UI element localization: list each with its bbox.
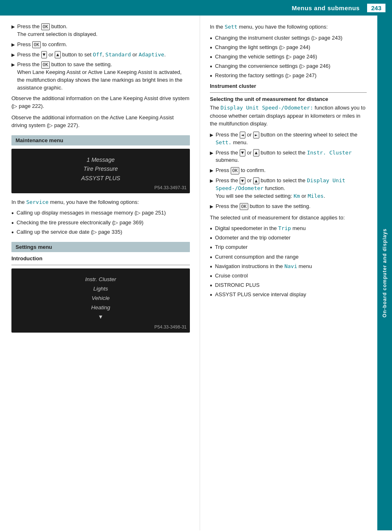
header-title: Menus and submenus: [292, 4, 360, 11]
step-2: ▶ Press the ▼ or ▲ button to select the …: [210, 149, 367, 165]
applies-item-8: • ASSYST PLUS service interval display: [210, 291, 367, 299]
right-column: In the Sett menu, you have the following…: [200, 16, 392, 530]
applies-item-3: • Trip computer: [210, 244, 367, 251]
bullet-arrow-3: ▶: [11, 52, 15, 59]
down-key-1: ▼: [41, 51, 47, 58]
service-intro-para: In the Service menu, you have the follow…: [11, 198, 190, 206]
applies-item-4: • Current consumption and the range: [210, 253, 367, 261]
sett-options-list: • Changing the instrument cluster settin…: [210, 34, 367, 80]
ok-key-3: OK: [41, 61, 50, 68]
bullet-content-2: Press OK to confirm.: [17, 41, 190, 49]
ok-key-2: OK: [32, 41, 41, 48]
bullet-content-4: Press the OK button to save the setting.…: [17, 61, 190, 92]
bullet-content-3: Press the ▼ or ▲ button to set Off, Stan…: [17, 51, 190, 59]
down-key-2: ▼: [240, 149, 246, 156]
service-mono: Service: [26, 199, 49, 205]
up-key-2: ▲: [253, 149, 259, 156]
maintenance-img-line1: 1 Message Tire Pressure ASSYST PLUS: [15, 155, 187, 183]
instr-cluster-mono: Instr. Cluster: [307, 150, 352, 156]
display-unit-intro: The Display Unit Speed-/Odometer: functi…: [210, 104, 367, 128]
km-mono: Km: [294, 193, 300, 199]
step-3: ▶ Press OK to confirm.: [210, 167, 367, 174]
applies-item-2: • Odometer and the trip odometer: [210, 234, 367, 242]
up-key-3: ▲: [253, 177, 259, 184]
standard-mono: Standard: [105, 51, 131, 58]
maintenance-img-label: P54.33-3497-31: [15, 185, 187, 190]
bullet-content-1: Press the OK button. The current selecti…: [17, 23, 190, 38]
bullet-list-top: ▶ Press the OK button. The current selec…: [11, 23, 190, 92]
sett-mono: Sett: [225, 24, 237, 30]
side-tab: On-board computer and displays: [377, 16, 392, 530]
page-number: 243: [367, 4, 385, 12]
step-5: ▶ Press the OK button to save the settin…: [210, 203, 367, 210]
display-unit-mono: Display Unit Speed-/Odometer:: [220, 105, 313, 111]
applies-item-1: • Digital speedometer in the Trip menu: [210, 225, 367, 232]
trip-mono: Trip: [278, 225, 291, 231]
service-options-list: • Calling up display messages in message…: [11, 209, 190, 236]
applies-item-7: • DISTRONIC PLUS: [210, 282, 367, 289]
bullet-item-4: ▶ Press the OK button to save the settin…: [11, 61, 190, 92]
navi-mono: Navi: [284, 263, 297, 269]
step-1: ▶ Press the ◄ or ► button on the steerin…: [210, 131, 367, 147]
right-key: ►: [253, 132, 259, 139]
settings-img-lines: Instr. Cluster Lights Vehicle Heating ▼: [15, 275, 187, 322]
service-item-1: • Calling up display messages in message…: [11, 209, 190, 217]
bullet-arrow-4: ▶: [11, 62, 15, 92]
display-unit-func-mono: Display Unit Speed-/Odometer: [216, 177, 345, 191]
sett-item-2: • Changing the light settings (▷ page 24…: [210, 44, 367, 51]
instrument-cluster-heading: Instrument cluster: [210, 83, 367, 89]
side-tab-label: On-board computer and displays: [382, 225, 388, 321]
bullet-item-2: ▶ Press OK to confirm.: [11, 41, 190, 49]
observe-text-1: Observe the additional information on th…: [11, 94, 190, 110]
left-column: ▶ Press the OK button. The current selec…: [0, 16, 200, 530]
bullet-item-1: ▶ Press the OK button. The current selec…: [11, 23, 190, 38]
header-bar: Menus and submenus 243: [0, 0, 392, 16]
applies-item-6: • Cruise control: [210, 272, 367, 280]
sett-item-5: • Restoring the factory settings (▷ page…: [210, 72, 367, 80]
maintenance-image: 1 Message Tire Pressure ASSYST PLUS P54.…: [11, 149, 190, 193]
adaptive-mono: Adaptive: [139, 51, 165, 58]
step-4: ▶ Press the ▼ or ▲ button to select the …: [210, 177, 367, 200]
intro-divider: [11, 265, 190, 265]
settings-image: Instr. Cluster Lights Vehicle Heating ▼ …: [11, 268, 190, 333]
instr-divider: [210, 92, 367, 93]
selecting-unit-heading: Selecting the unit of measurement for di…: [210, 96, 367, 102]
sett-item-4: • Changing the convenience settings (▷ p…: [210, 63, 367, 70]
settings-menu-header: Settings menu: [11, 242, 190, 252]
miles-mono: Miles: [307, 193, 323, 199]
service-item-3: • Calling up the service due date (▷ pag…: [11, 228, 190, 236]
settings-img-label: P54.33-3498-31: [15, 324, 187, 329]
sett-item-3: • Changing the vehicle settings (▷ page …: [210, 53, 367, 61]
ok-key-1: OK: [41, 23, 50, 30]
bullet-arrow-2: ▶: [11, 42, 15, 49]
sett-dot-mono: Sett.: [216, 139, 232, 145]
applies-intro: The selected unit of measurement for dis…: [210, 214, 367, 222]
bullet-item-3: ▶ Press the ▼ or ▲ button to set Off, St…: [11, 51, 190, 59]
applies-list: • Digital speedometer in the Trip menu •…: [210, 225, 367, 299]
bullet-arrow-1: ▶: [11, 24, 15, 38]
introduction-label: Introduction: [11, 255, 190, 262]
sett-item-1: • Changing the instrument cluster settin…: [210, 34, 367, 42]
ok-key-5: OK: [240, 203, 248, 210]
ok-key-4: OK: [231, 167, 239, 174]
observe-text-2: Observe the additional information on th…: [11, 114, 190, 130]
applies-item-5: • Navigation instructions in the Navi me…: [210, 263, 367, 270]
sett-intro-para: In the Sett menu, you have the following…: [210, 23, 367, 31]
service-item-2: • Checking the tire pressure electronica…: [11, 219, 190, 227]
maintenance-menu-header: Maintenance menu: [11, 135, 190, 145]
down-key-3: ▼: [240, 177, 246, 184]
up-key-1: ▲: [55, 51, 61, 58]
left-key: ◄: [240, 132, 246, 139]
off-mono: Off: [93, 51, 102, 58]
